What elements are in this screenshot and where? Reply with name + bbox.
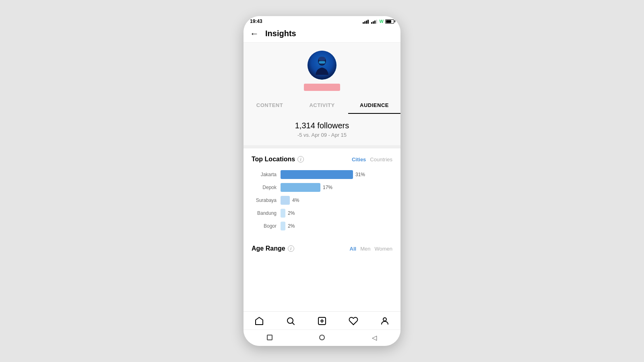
- title-group: Top Locations i: [252, 156, 304, 163]
- top-locations-section: Top Locations i Cities Countries Jakarta…: [244, 148, 400, 234]
- followers-section: 1,314 followers -5 vs. Apr 09 - Apr 15: [244, 114, 400, 148]
- status-bar: 19:43 W: [244, 16, 400, 26]
- filter-cities[interactable]: Cities: [352, 156, 366, 162]
- age-range-title: Age Range: [252, 245, 285, 252]
- table-row: Surabaya 4%: [252, 196, 392, 205]
- bar-fill: [281, 196, 290, 205]
- bar-pct: 2%: [288, 210, 295, 216]
- content-area: CONTENT ACTIVITY AUDIENCE 1,314 follower…: [244, 43, 400, 311]
- avatar-svg: [308, 51, 336, 80]
- search-icon[interactable]: [285, 316, 296, 326]
- profile-section: CONTENT ACTIVITY AUDIENCE: [244, 43, 400, 114]
- add-icon[interactable]: [317, 316, 327, 326]
- phone-frame: 19:43 W ← Insights: [244, 16, 400, 346]
- tabs-row: CONTENT ACTIVITY AUDIENCE: [244, 97, 400, 114]
- android-recents-button[interactable]: [265, 333, 274, 342]
- age-range-section: Age Range i All Men Women: [244, 238, 400, 263]
- location-filters: Cities Countries: [352, 156, 392, 162]
- filter-countries[interactable]: Countries: [370, 156, 392, 162]
- svg-point-3: [318, 57, 326, 61]
- filter-women[interactable]: Women: [374, 246, 392, 252]
- city-label: Surabaya: [252, 197, 277, 203]
- svg-line-6: [293, 323, 295, 325]
- bar-track: 17%: [281, 183, 392, 192]
- bar-track: 2%: [281, 209, 392, 218]
- bar-fill: [281, 222, 285, 230]
- table-row: Bandung 2%: [252, 209, 392, 218]
- status-icons: W: [363, 19, 394, 24]
- signal-icon: [363, 19, 369, 24]
- time-display: 19:43: [250, 19, 262, 24]
- filter-men[interactable]: Men: [360, 246, 370, 252]
- age-title-group: Age Range i: [252, 245, 294, 252]
- bar-fill: [281, 209, 285, 218]
- info-icon[interactable]: i: [297, 156, 304, 162]
- followers-count: 1,314 followers: [244, 121, 400, 130]
- profile-icon[interactable]: [380, 316, 390, 326]
- avatar-image: [308, 51, 336, 80]
- android-home-button[interactable]: [318, 333, 326, 342]
- battery-icon: [385, 19, 394, 24]
- bottom-navigation: [244, 311, 400, 329]
- bar-chart: Jakarta 31% Depok 17% Surabaya: [252, 170, 392, 230]
- bar-fill: [281, 170, 353, 179]
- city-label: Depok: [252, 185, 277, 190]
- whatsapp-icon: W: [380, 19, 384, 24]
- avatar: [308, 51, 336, 80]
- tab-activity[interactable]: ACTIVITY: [296, 97, 348, 114]
- tab-content[interactable]: CONTENT: [244, 97, 296, 114]
- bar-track: 2%: [281, 222, 392, 230]
- table-row: Jakarta 31%: [252, 170, 392, 179]
- signal-icon-2: [371, 19, 377, 24]
- table-row: Depok 17%: [252, 183, 392, 192]
- locations-title: Top Locations: [252, 156, 295, 163]
- bar-track: 4%: [281, 196, 392, 205]
- table-row: Bogor 2%: [252, 222, 392, 230]
- city-label: Bogor: [252, 223, 277, 229]
- age-info-icon[interactable]: i: [288, 245, 294, 252]
- age-section-header: Age Range i All Men Women: [252, 245, 392, 252]
- username-bar: [304, 84, 340, 91]
- bar-fill: [281, 183, 320, 192]
- bar-pct: 17%: [323, 185, 332, 190]
- back-button[interactable]: ←: [250, 29, 259, 38]
- city-label: Bandung: [252, 210, 277, 216]
- bar-pct: 2%: [288, 223, 295, 229]
- svg-point-10: [383, 318, 386, 321]
- filter-all[interactable]: All: [350, 246, 357, 252]
- tab-audience[interactable]: AUDIENCE: [348, 97, 400, 114]
- svg-rect-4: [319, 61, 325, 64]
- age-filters: All Men Women: [350, 246, 392, 252]
- bar-track: 31%: [281, 170, 392, 179]
- bar-pct: 31%: [355, 172, 365, 177]
- bar-pct: 4%: [292, 197, 299, 203]
- home-icon[interactable]: [254, 316, 264, 326]
- section-header: Top Locations i Cities Countries: [252, 156, 392, 163]
- heart-icon[interactable]: [348, 316, 359, 326]
- android-back-button[interactable]: ◁: [370, 333, 379, 342]
- followers-comparison: -5 vs. Apr 09 - Apr 15: [244, 132, 400, 138]
- top-navigation: ← Insights: [244, 26, 400, 43]
- android-navigation: ◁: [244, 329, 400, 346]
- page-title: Insights: [265, 29, 296, 38]
- city-label: Jakarta: [252, 172, 277, 177]
